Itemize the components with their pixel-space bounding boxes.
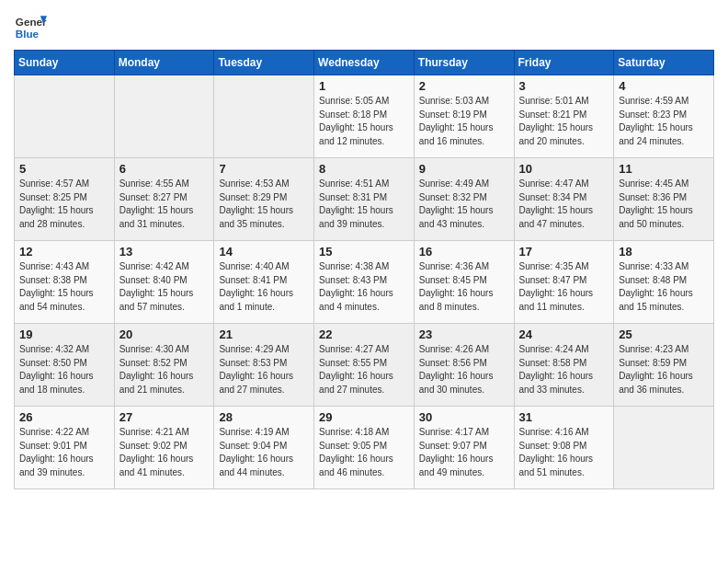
day-number: 15 [319, 245, 409, 259]
calendar-cell: 31Sunrise: 4:16 AMSunset: 9:08 PMDayligh… [514, 407, 614, 489]
calendar-cell: 25Sunrise: 4:23 AMSunset: 8:59 PMDayligh… [614, 324, 714, 407]
weekday-header-monday: Monday [114, 51, 214, 75]
logo-icon: General Blue [14, 9, 47, 42]
day-info: Sunrise: 4:42 AMSunset: 8:40 PMDaylight:… [119, 260, 210, 314]
day-number: 13 [119, 245, 210, 259]
calendar-cell: 7Sunrise: 4:53 AMSunset: 8:29 PMDaylight… [214, 158, 314, 241]
day-number: 9 [419, 162, 509, 176]
logo: General Blue [14, 9, 51, 42]
calendar-week-row: 5Sunrise: 4:57 AMSunset: 8:25 PMDaylight… [15, 158, 714, 241]
calendar-cell: 6Sunrise: 4:55 AMSunset: 8:27 PMDaylight… [114, 158, 214, 241]
day-number: 28 [219, 410, 309, 424]
calendar-cell: 8Sunrise: 4:51 AMSunset: 8:31 PMDaylight… [314, 158, 415, 241]
calendar-cell: 13Sunrise: 4:42 AMSunset: 8:40 PMDayligh… [114, 241, 214, 324]
day-info: Sunrise: 4:29 AMSunset: 8:53 PMDaylight:… [219, 343, 309, 396]
day-number: 31 [519, 410, 609, 424]
calendar-cell: 29Sunrise: 4:18 AMSunset: 9:05 PMDayligh… [314, 407, 415, 489]
calendar-cell: 17Sunrise: 4:35 AMSunset: 8:47 PMDayligh… [514, 241, 614, 324]
day-number: 1 [319, 79, 409, 93]
day-info: Sunrise: 4:30 AMSunset: 8:52 PMDaylight:… [119, 343, 210, 396]
day-info: Sunrise: 4:17 AMSunset: 9:07 PMDaylight:… [419, 426, 509, 479]
svg-text:Blue: Blue [16, 28, 40, 40]
day-info: Sunrise: 4:36 AMSunset: 8:45 PMDaylight:… [419, 260, 509, 314]
weekday-header-thursday: Thursday [414, 51, 514, 75]
calendar-cell: 15Sunrise: 4:38 AMSunset: 8:43 PMDayligh… [314, 241, 415, 324]
calendar-cell: 9Sunrise: 4:49 AMSunset: 8:32 PMDaylight… [414, 158, 514, 241]
calendar-cell [214, 75, 314, 158]
calendar-cell: 26Sunrise: 4:22 AMSunset: 9:01 PMDayligh… [15, 407, 115, 489]
calendar-table: SundayMondayTuesdayWednesdayThursdayFrid… [14, 50, 714, 489]
calendar-cell: 20Sunrise: 4:30 AMSunset: 8:52 PMDayligh… [114, 324, 214, 407]
day-info: Sunrise: 4:33 AMSunset: 8:48 PMDaylight:… [619, 260, 709, 314]
calendar-cell: 18Sunrise: 4:33 AMSunset: 8:48 PMDayligh… [614, 241, 714, 324]
calendar-cell: 28Sunrise: 4:19 AMSunset: 9:04 PMDayligh… [214, 407, 314, 489]
day-info: Sunrise: 4:53 AMSunset: 8:29 PMDaylight:… [219, 178, 309, 231]
calendar-cell [614, 407, 714, 489]
day-info: Sunrise: 4:26 AMSunset: 8:56 PMDaylight:… [419, 343, 509, 396]
day-number: 18 [619, 245, 709, 259]
day-info: Sunrise: 4:19 AMSunset: 9:04 PMDaylight:… [219, 426, 309, 479]
day-info: Sunrise: 4:47 AMSunset: 8:34 PMDaylight:… [519, 178, 609, 231]
weekday-header-wednesday: Wednesday [314, 51, 415, 75]
weekday-header-tuesday: Tuesday [214, 51, 314, 75]
day-number: 5 [19, 162, 109, 176]
day-info: Sunrise: 4:22 AMSunset: 9:01 PMDaylight:… [19, 426, 109, 479]
weekday-header-sunday: Sunday [15, 51, 115, 75]
day-info: Sunrise: 4:16 AMSunset: 9:08 PMDaylight:… [519, 426, 609, 479]
day-number: 22 [319, 327, 409, 341]
day-number: 25 [619, 327, 709, 341]
day-info: Sunrise: 5:03 AMSunset: 8:19 PMDaylight:… [419, 95, 509, 148]
day-info: Sunrise: 4:38 AMSunset: 8:43 PMDaylight:… [319, 260, 409, 314]
day-info: Sunrise: 4:21 AMSunset: 9:02 PMDaylight:… [119, 426, 210, 479]
day-number: 17 [519, 245, 609, 259]
calendar-cell: 12Sunrise: 4:43 AMSunset: 8:38 PMDayligh… [15, 241, 115, 324]
calendar-cell: 30Sunrise: 4:17 AMSunset: 9:07 PMDayligh… [414, 407, 514, 489]
day-info: Sunrise: 4:40 AMSunset: 8:41 PMDaylight:… [219, 260, 309, 314]
calendar-cell: 10Sunrise: 4:47 AMSunset: 8:34 PMDayligh… [514, 158, 614, 241]
day-number: 23 [419, 327, 509, 341]
calendar-cell: 4Sunrise: 4:59 AMSunset: 8:23 PMDaylight… [614, 75, 714, 158]
day-info: Sunrise: 4:49 AMSunset: 8:32 PMDaylight:… [419, 178, 509, 231]
calendar-cell: 11Sunrise: 4:45 AMSunset: 8:36 PMDayligh… [614, 158, 714, 241]
day-number: 7 [219, 162, 309, 176]
day-info: Sunrise: 4:57 AMSunset: 8:25 PMDaylight:… [19, 178, 109, 231]
day-info: Sunrise: 4:55 AMSunset: 8:27 PMDaylight:… [119, 178, 210, 231]
calendar-cell: 22Sunrise: 4:27 AMSunset: 8:55 PMDayligh… [314, 324, 415, 407]
calendar-week-row: 26Sunrise: 4:22 AMSunset: 9:01 PMDayligh… [15, 407, 714, 489]
calendar-cell [15, 75, 115, 158]
day-info: Sunrise: 4:18 AMSunset: 9:05 PMDaylight:… [319, 426, 409, 479]
calendar-cell: 1Sunrise: 5:05 AMSunset: 8:18 PMDaylight… [314, 75, 415, 158]
page-header: General Blue [14, 9, 714, 42]
day-info: Sunrise: 4:35 AMSunset: 8:47 PMDaylight:… [519, 260, 609, 314]
day-info: Sunrise: 4:43 AMSunset: 8:38 PMDaylight:… [19, 260, 109, 314]
day-info: Sunrise: 5:05 AMSunset: 8:18 PMDaylight:… [319, 95, 409, 148]
calendar-cell: 23Sunrise: 4:26 AMSunset: 8:56 PMDayligh… [414, 324, 514, 407]
weekday-header-friday: Friday [514, 51, 614, 75]
calendar-cell: 16Sunrise: 4:36 AMSunset: 8:45 PMDayligh… [414, 241, 514, 324]
calendar-cell: 2Sunrise: 5:03 AMSunset: 8:19 PMDaylight… [414, 75, 514, 158]
day-info: Sunrise: 4:24 AMSunset: 8:58 PMDaylight:… [519, 343, 609, 396]
day-number: 29 [319, 410, 409, 424]
calendar-cell: 5Sunrise: 4:57 AMSunset: 8:25 PMDaylight… [15, 158, 115, 241]
day-info: Sunrise: 4:45 AMSunset: 8:36 PMDaylight:… [619, 178, 709, 231]
day-number: 20 [119, 327, 210, 341]
day-number: 24 [519, 327, 609, 341]
day-number: 4 [619, 79, 709, 93]
calendar-week-row: 12Sunrise: 4:43 AMSunset: 8:38 PMDayligh… [15, 241, 714, 324]
day-number: 21 [219, 327, 309, 341]
day-number: 26 [19, 410, 109, 424]
day-number: 12 [19, 245, 109, 259]
day-number: 30 [419, 410, 509, 424]
day-number: 10 [519, 162, 609, 176]
day-number: 27 [119, 410, 210, 424]
day-info: Sunrise: 4:32 AMSunset: 8:50 PMDaylight:… [19, 343, 109, 396]
day-number: 19 [19, 327, 109, 341]
calendar-week-row: 19Sunrise: 4:32 AMSunset: 8:50 PMDayligh… [15, 324, 714, 407]
weekday-header-row: SundayMondayTuesdayWednesdayThursdayFrid… [15, 51, 714, 75]
day-number: 11 [619, 162, 709, 176]
calendar-cell: 27Sunrise: 4:21 AMSunset: 9:02 PMDayligh… [114, 407, 214, 489]
day-number: 16 [419, 245, 509, 259]
day-number: 2 [419, 79, 509, 93]
day-info: Sunrise: 5:01 AMSunset: 8:21 PMDaylight:… [519, 95, 609, 148]
calendar-cell [114, 75, 214, 158]
